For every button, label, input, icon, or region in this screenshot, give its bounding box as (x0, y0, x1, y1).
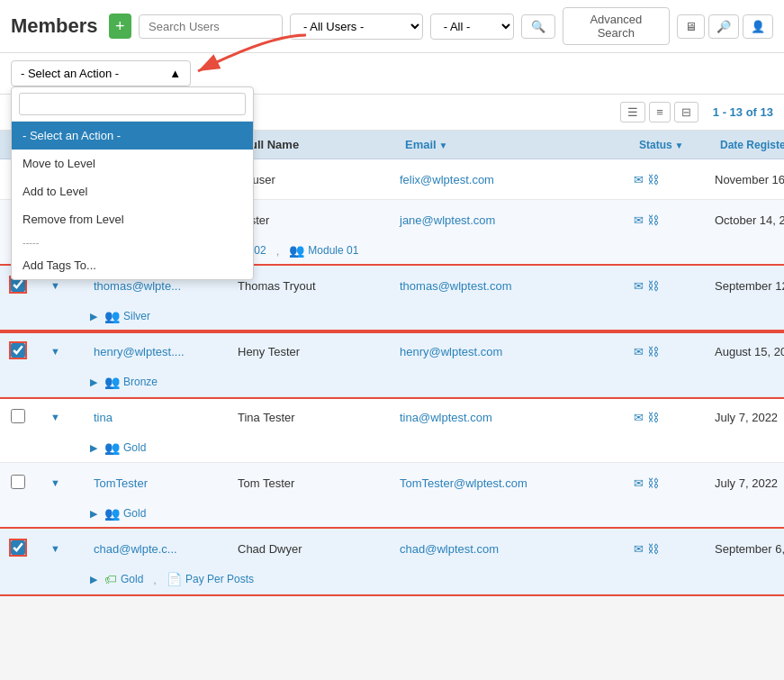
level-badge[interactable]: 👥 Gold (104, 440, 146, 455)
search-button[interactable]: 🔍 (521, 14, 555, 39)
row-date: September 6, 2019 (715, 542, 784, 556)
mail-icon[interactable]: ✉ (634, 542, 644, 556)
row-main: ▼ henry@wlptest.... Heny Tester henry@wl… (0, 331, 784, 371)
row-date: November 16, 2022 (715, 173, 784, 186)
mail-icon[interactable]: ✉ (634, 173, 644, 186)
row-checkbox[interactable] (11, 540, 25, 555)
row-username-cell: tina (94, 411, 238, 424)
row-expand-sub-btn[interactable]: ▶ (90, 574, 97, 585)
row-expand-button[interactable]: ▼ (49, 344, 62, 358)
col-header-email[interactable]: Email (400, 138, 634, 151)
list-view-button-3[interactable]: ⊟ (674, 102, 698, 122)
action-item-add[interactable]: Add to Level (12, 177, 253, 205)
mail-icon[interactable]: ✉ (634, 279, 644, 293)
link-icon[interactable]: ⛓ (647, 411, 659, 424)
row-expand-button[interactable]: ▼ (49, 541, 62, 556)
row-sub-levels: ▶ 👥 Silver (0, 305, 784, 331)
action-item-select[interactable]: - Select an Action - (12, 122, 253, 150)
mail-icon[interactable]: ✉ (634, 476, 644, 490)
action-select-button[interactable]: - Select an Action - ▲ (11, 60, 191, 86)
email-link[interactable]: felix@wlptest.com (400, 173, 494, 186)
search-input[interactable] (139, 14, 283, 39)
row-expand-sub-btn[interactable]: ▶ (90, 376, 97, 388)
row-expand-button[interactable]: ▼ (49, 278, 62, 293)
level-badge[interactable]: 👥 Bronze (104, 375, 158, 389)
row-username-cell: chad@wlpte.c... (94, 542, 238, 556)
level-icon: 👥 (104, 440, 120, 455)
level-icon: 👥 (104, 309, 120, 323)
row-fullname: Chad Dwyer (238, 542, 400, 556)
level-badge[interactable]: 👥 Silver (104, 309, 150, 323)
col-header-status[interactable]: Status (634, 139, 715, 151)
view-user-icon-button[interactable]: 👤 (743, 14, 773, 39)
advanced-search-button[interactable]: Advanced Search (563, 7, 670, 45)
view-search-icon-button[interactable]: 🔎 (708, 14, 739, 39)
row-date: September 12, 2022 (715, 279, 784, 293)
row-expand-cell: ▼ (49, 344, 94, 358)
link-icon[interactable]: ⛓ (647, 279, 659, 293)
email-link[interactable]: tina@wlptest.com (400, 411, 492, 424)
link-icon[interactable]: ⛓ (647, 345, 659, 358)
row-date: July 7, 2022 (715, 411, 784, 424)
col-header-date[interactable]: Date Registered ▼ (715, 139, 784, 151)
level-badge[interactable]: 🏷 Gold (104, 572, 143, 586)
user-link[interactable]: tina (94, 411, 113, 424)
list-view-button-1[interactable]: ☰ (620, 102, 645, 122)
mail-icon[interactable]: ✉ (634, 411, 644, 424)
chevron-up-icon: ▲ (169, 67, 181, 80)
row-email-cell: felix@wlptest.com (400, 173, 634, 186)
email-link[interactable]: chad@wlptest.com (400, 542, 499, 556)
level-badge[interactable]: 📄 Pay Per Posts (167, 572, 254, 586)
row-checkbox-cell (4, 540, 49, 558)
row-username-cell: henry@wlptest.... (94, 345, 238, 358)
user-link[interactable]: TomTester (94, 476, 148, 490)
row-checkbox[interactable] (11, 409, 25, 423)
email-link[interactable]: henry@wlptest.com (400, 345, 502, 358)
action-item-remove[interactable]: Remove from Level (12, 205, 253, 233)
email-link[interactable]: jane@wlptest.com (400, 213, 495, 227)
row-expand-button[interactable]: ▼ (49, 476, 62, 490)
row-expand-sub-btn[interactable]: ▶ (90, 508, 97, 520)
row-email-cell: henry@wlptest.com (400, 345, 634, 358)
email-link[interactable]: thomas@wlptest.com (400, 279, 511, 293)
add-member-button[interactable]: + (109, 14, 131, 39)
view-icons-group: 🖥 🔎 👤 (677, 14, 773, 39)
mail-icon[interactable]: ✉ (634, 345, 644, 358)
action-dropdown: - Select an Action - Move to Level Add t… (11, 86, 254, 280)
user-link[interactable]: thomas@wlpte... (94, 279, 181, 293)
level-badge[interactable]: 👥 Module 01 (289, 243, 358, 258)
row-expand-sub-btn[interactable]: ▶ (90, 442, 97, 454)
mail-icon[interactable]: ✉ (634, 213, 644, 227)
level-icon: 👥 (104, 375, 120, 389)
table-row: ▼ tina Tina Tester tina@wlptest.com ✉ ⛓ … (0, 397, 784, 463)
action-item-move[interactable]: Move to Level (12, 150, 253, 177)
user-link[interactable]: henry@wlptest.... (94, 345, 185, 358)
row-username-cell: thomas@wlpte... (94, 279, 238, 293)
action-search-input[interactable] (19, 93, 246, 115)
row-checkbox[interactable] (11, 343, 25, 358)
link-icon[interactable]: ⛓ (647, 476, 659, 490)
row-checkbox[interactable] (11, 475, 25, 489)
row-expand-sub-btn[interactable]: ▶ (90, 311, 97, 322)
email-link[interactable]: TomTester@wlptest.com (400, 476, 527, 490)
link-icon[interactable]: ⛓ (647, 173, 659, 186)
row-fullname: Tester (238, 213, 400, 227)
row-checkbox-cell (4, 475, 49, 492)
action-item-separator: ----- (12, 233, 253, 251)
all-filter-select[interactable]: - All - (430, 14, 514, 40)
link-icon[interactable]: ⛓ (647, 542, 659, 556)
row-expand-button[interactable]: ▼ (49, 410, 62, 424)
table-row: ▼ chad@wlpte.c... Chad Dwyer chad@wlptes… (0, 529, 784, 594)
action-item-more[interactable]: Add Tags To... (12, 251, 253, 279)
level-badge[interactable]: 👥 Gold (104, 506, 146, 521)
link-icon[interactable]: ⛓ (647, 213, 659, 227)
users-filter-select[interactable]: - All Users - (290, 14, 423, 40)
row-email-cell: thomas@wlptest.com (400, 279, 634, 293)
level-icon: 📄 (167, 572, 182, 586)
level-icon: 🏷 (104, 572, 117, 586)
view-desktop-icon-button[interactable]: 🖥 (677, 14, 705, 39)
pagination-info: 1 - 13 of 13 (713, 105, 773, 119)
row-status-icons: ✉ ⛓ (634, 411, 715, 424)
list-view-button-2[interactable]: ≡ (649, 102, 671, 122)
user-link[interactable]: chad@wlpte.c... (94, 542, 177, 556)
